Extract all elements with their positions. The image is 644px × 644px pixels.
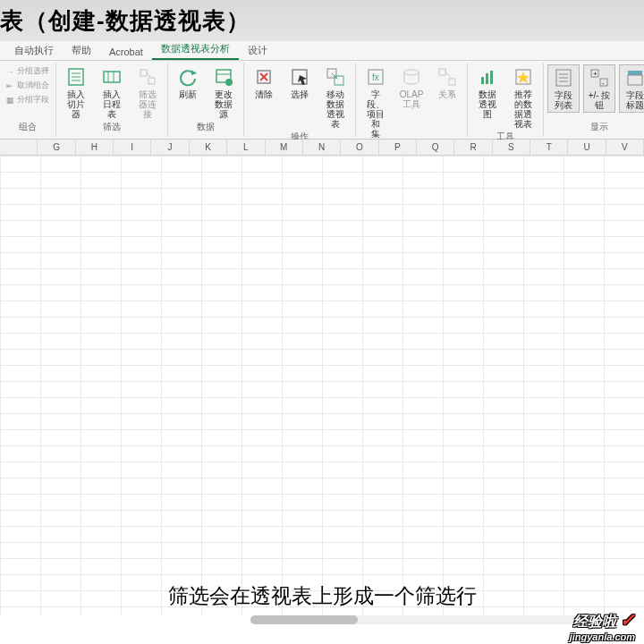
column-header[interactable]: H — [76, 140, 114, 155]
group-combine: →分组选择 ⇤取消组合 ▦分组字段 组合 — [0, 63, 56, 137]
column-header[interactable]: N — [303, 140, 341, 155]
column-header[interactable]: J — [151, 140, 189, 155]
column-header[interactable]: K — [190, 140, 227, 155]
refresh-btn[interactable]: 刷新 — [172, 64, 204, 101]
arrow-icon: → — [6, 67, 15, 76]
column-header[interactable]: V — [606, 140, 644, 155]
spreadsheet-grid[interactable]: GHIJKLMNOPQRSTUV — [0, 140, 644, 615]
tab-pivot-analyze[interactable]: 数据透视表分析 — [152, 39, 239, 60]
column-header[interactable]: M — [266, 140, 303, 155]
svg-text:fx: fx — [372, 72, 379, 82]
filter-connect-btn[interactable]: 筛选 器连接 — [131, 64, 164, 121]
clear-btn[interactable]: 清除 — [248, 64, 280, 101]
group-label: 筛选 — [60, 121, 164, 135]
column-header[interactable]: R — [454, 140, 492, 155]
scroll-thumb[interactable] — [250, 615, 358, 624]
relations-icon — [436, 66, 458, 88]
field-icon: ▦ — [6, 96, 15, 105]
svg-rect-26 — [449, 79, 455, 85]
svg-line-27 — [445, 72, 452, 79]
svg-rect-7 — [140, 70, 147, 76]
clear-icon — [253, 66, 275, 88]
change-source-btn[interactable]: 更改 数据源 — [208, 64, 240, 121]
svg-rect-4 — [104, 72, 120, 82]
svg-rect-30 — [490, 71, 493, 84]
plusminus-icon: +- — [589, 67, 610, 89]
group-select-btn[interactable]: →分组选择 — [4, 64, 52, 78]
group-filter: 插入 切片器 插入 日程表 筛选 器连接 筛选 — [56, 63, 168, 137]
column-header[interactable]: T — [530, 140, 568, 155]
field-list-icon — [553, 67, 574, 89]
ribbon: →分组选择 ⇤取消组合 ▦分组字段 组合 插入 切片器 插入 日程表 筛选 器连… — [0, 61, 644, 140]
title-bar: 表（创建-数据透视表） — [0, 0, 644, 41]
page-title: 表（创建-数据透视表） — [0, 5, 250, 37]
column-header[interactable]: G — [38, 140, 75, 155]
svg-rect-25 — [439, 69, 445, 75]
svg-rect-8 — [148, 78, 155, 84]
svg-text:+: + — [593, 70, 597, 78]
olap-tools-btn[interactable]: OLAP 工具 — [395, 64, 428, 111]
column-header[interactable]: L — [227, 140, 265, 155]
column-header[interactable]: I — [114, 140, 151, 155]
relations-btn[interactable]: 关系 — [431, 64, 463, 101]
group-data: 刷新 更改 数据源 数据 — [168, 63, 244, 137]
group-label: 显示 — [547, 121, 644, 135]
headers-icon — [624, 67, 644, 89]
svg-rect-29 — [486, 73, 488, 84]
group-label: 数据 — [172, 121, 240, 135]
svg-marker-10 — [191, 70, 197, 75]
pivot-chart-btn[interactable]: 数据 透视图 — [471, 64, 504, 121]
field-list-btn[interactable]: 字段 列表 — [547, 64, 580, 113]
move-pivot-btn[interactable]: 移动 数据透视表 — [319, 64, 352, 131]
ungroup-btn[interactable]: ⇤取消组合 — [4, 79, 52, 92]
group-actions: 清除 选择 移动 数据透视表 操作 — [244, 63, 356, 137]
svg-rect-41 — [628, 71, 642, 75]
column-header[interactable]: O — [341, 140, 378, 155]
svg-rect-42 — [628, 75, 642, 85]
ribbon-tabs: 自动执行 帮助 Acrobat 数据透视表分析 设计 — [0, 41, 644, 61]
column-header[interactable]: P — [379, 140, 417, 155]
tab-acrobat[interactable]: Acrobat — [100, 44, 152, 60]
svg-text:-: - — [602, 79, 605, 87]
tab-auto[interactable]: 自动执行 — [5, 41, 63, 60]
column-header[interactable]: Q — [417, 140, 454, 155]
group-calc: fx 字段、 项目和 集 OLAP 工具 关系 计算 — [356, 63, 468, 137]
field-headers-btn[interactable]: 字段 标题 — [619, 64, 644, 113]
insert-slicer-btn[interactable]: 插入 切片器 — [60, 64, 92, 121]
select-btn[interactable]: 选择 — [284, 64, 316, 101]
column-headers: GHIJKLMNOPQRSTUV — [0, 140, 644, 156]
fields-icon: fx — [365, 66, 386, 88]
recommend-icon — [513, 66, 534, 88]
group-label: 组合 — [4, 121, 52, 135]
svg-marker-32 — [517, 72, 530, 83]
svg-point-13 — [225, 79, 233, 86]
caption-text: 筛选会在透视表上形成一个筛选行 — [0, 582, 644, 610]
recommended-pivot-btn[interactable]: 推荐的数 据透视表 — [507, 64, 539, 131]
grid-body[interactable] — [0, 156, 644, 615]
tab-design[interactable]: 设计 — [239, 41, 276, 60]
move-icon — [325, 66, 346, 88]
group-show: 字段 列表 +- +/- 按钮 字段 标题 显示 — [544, 63, 644, 137]
svg-rect-28 — [481, 77, 484, 84]
olap-icon — [401, 66, 422, 88]
chart-icon — [477, 66, 498, 88]
insert-timeline-btn[interactable]: 插入 日程表 — [96, 64, 128, 121]
select-icon — [289, 66, 310, 88]
datasource-icon — [213, 66, 234, 88]
column-header[interactable] — [0, 140, 38, 155]
slicer-icon — [65, 66, 87, 88]
plus-minus-btn[interactable]: +- +/- 按钮 — [583, 64, 615, 113]
ungroup-icon: ⇤ — [6, 81, 15, 90]
column-header[interactable]: U — [568, 140, 606, 155]
column-header[interactable]: S — [493, 140, 530, 155]
check-icon: ✓ — [620, 610, 635, 630]
group-field-btn[interactable]: ▦分组字段 — [4, 93, 52, 106]
watermark: 经验啦 ✓ jingyanla.com — [570, 609, 635, 642]
fields-items-sets-btn[interactable]: fx 字段、 项目和 集 — [360, 64, 392, 140]
horizontal-scrollbar[interactable] — [250, 615, 590, 624]
svg-point-24 — [404, 70, 419, 75]
group-tools: 数据 透视图 推荐的数 据透视表 工具 — [468, 63, 544, 137]
refresh-icon — [177, 66, 199, 88]
tab-help[interactable]: 帮助 — [63, 41, 100, 60]
svg-line-9 — [147, 72, 151, 78]
